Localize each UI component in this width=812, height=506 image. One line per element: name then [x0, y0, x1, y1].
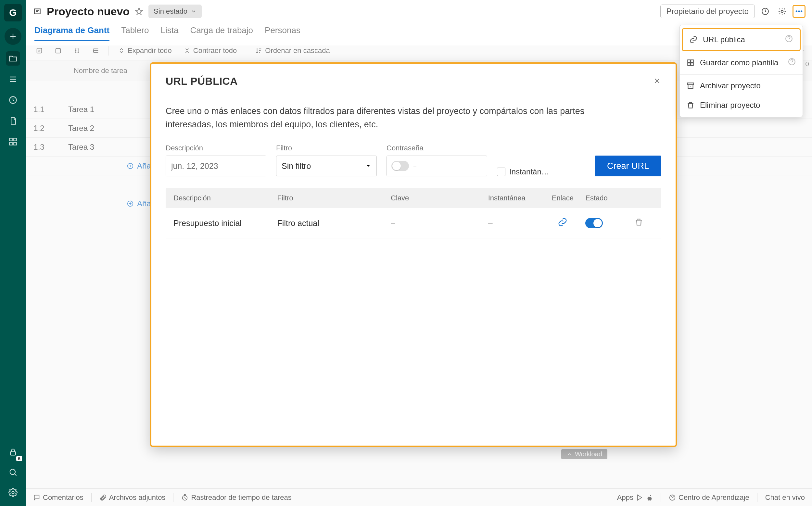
lock-icon[interactable]: 6 — [6, 445, 20, 459]
field-label-filter: Filtro — [276, 144, 377, 152]
help-icon[interactable] — [788, 58, 796, 68]
time-icon[interactable] — [6, 93, 20, 107]
more-menu-button[interactable] — [793, 5, 806, 18]
calendar-tool-icon[interactable] — [52, 46, 64, 56]
settings-icon[interactable] — [6, 485, 20, 500]
password-placeholder: – — [413, 163, 416, 169]
dashboard-icon[interactable] — [6, 135, 20, 149]
chevron-down-icon — [366, 163, 371, 169]
row-filter: Filtro actual — [277, 219, 391, 228]
tab-board[interactable]: Tablero — [121, 22, 149, 41]
indent-tool-icon[interactable] — [90, 46, 102, 56]
hierarchy-tool-icon[interactable] — [71, 46, 83, 56]
search-icon[interactable] — [6, 465, 20, 479]
expand-all-button[interactable]: Expandir todo — [115, 45, 174, 56]
play-store-icon — [636, 494, 643, 501]
menu-save-template[interactable]: Guardar como plantilla — [680, 52, 803, 73]
project-owner-button[interactable]: Propietario del proyecto — [660, 5, 755, 18]
row-description: Presupuesto inicial — [173, 219, 277, 228]
password-box: – — [387, 156, 487, 176]
time-tracker-button[interactable]: Rastreador de tiempo de tareas — [181, 493, 291, 502]
status-label: Sin estado — [154, 7, 187, 16]
archive-icon — [686, 82, 695, 90]
menu-public-url[interactable]: URL pública — [682, 28, 801, 51]
svg-point-10 — [781, 10, 784, 13]
gear-icon[interactable] — [776, 5, 789, 18]
modal-description: Cree uno o más enlaces con datos filtrad… — [166, 104, 620, 131]
history-icon[interactable] — [759, 5, 772, 18]
svg-rect-3 — [10, 142, 12, 145]
row-delete-button[interactable] — [628, 218, 653, 229]
svg-rect-28 — [687, 83, 694, 84]
url-table-row: Presupuesto inicial Filtro actual – – — [166, 208, 661, 238]
close-button[interactable] — [653, 77, 661, 86]
svg-rect-2 — [14, 138, 16, 141]
attachments-button[interactable]: Archivos adjuntos — [99, 493, 166, 502]
left-rail: G 6 — [0, 0, 26, 506]
help-icon[interactable] — [785, 34, 793, 45]
app-logo: G — [4, 4, 22, 21]
svg-point-6 — [10, 469, 15, 475]
favorite-star-icon[interactable] — [134, 6, 144, 16]
svg-rect-4 — [14, 142, 16, 145]
svg-rect-5 — [10, 452, 16, 455]
project-title: Proyecto nuevo — [47, 5, 130, 18]
row-status-toggle[interactable] — [585, 218, 628, 228]
menu-delete-project[interactable]: Eliminar proyecto — [680, 95, 803, 115]
lock-badge: 6 — [16, 456, 22, 461]
row-snapshot: – — [488, 219, 543, 228]
cascade-sort-button[interactable]: Ordenar en cascada — [253, 45, 332, 56]
create-button[interactable] — [5, 28, 21, 45]
svg-point-13 — [801, 11, 802, 12]
apps-button[interactable]: Apps — [617, 493, 653, 502]
svg-rect-14 — [37, 49, 42, 53]
password-toggle[interactable] — [391, 161, 409, 171]
svg-rect-1 — [10, 138, 12, 141]
row-link-button[interactable] — [543, 217, 585, 229]
template-icon — [686, 59, 695, 67]
modal-title: URL PÚBLICA — [166, 75, 238, 87]
projects-icon[interactable] — [6, 51, 20, 66]
comments-button[interactable]: Comentarios — [33, 493, 83, 502]
tab-list[interactable]: Lista — [160, 22, 178, 41]
public-url-modal: URL PÚBLICA Cree uno o más enlaces con d… — [150, 62, 677, 447]
apple-icon — [646, 494, 653, 501]
create-url-button[interactable]: Crear URL — [595, 156, 661, 176]
menu-archive-project[interactable]: Archivar proyecto — [680, 76, 803, 95]
filter-select[interactable]: Sin filtro — [276, 156, 377, 176]
workload-pill[interactable]: Workload — [561, 449, 607, 459]
trash-icon — [634, 218, 643, 227]
project-icon — [32, 6, 42, 16]
url-table-header: Descripción Filtro Clave Instantánea Enl… — [166, 188, 661, 208]
project-status-select[interactable]: Sin estado — [148, 5, 202, 18]
field-label-password: Contraseña — [387, 144, 487, 152]
svg-point-7 — [12, 491, 14, 494]
list-icon[interactable] — [6, 72, 20, 86]
link-icon — [558, 217, 567, 227]
row-key: – — [391, 219, 488, 228]
checkbox-tool-icon[interactable] — [33, 46, 46, 56]
description-input[interactable] — [166, 156, 266, 176]
svg-rect-26 — [691, 63, 694, 66]
svg-point-11 — [796, 11, 797, 12]
trash-icon — [686, 101, 695, 109]
snapshot-checkbox[interactable]: Instantán… — [497, 167, 549, 176]
tab-gantt[interactable]: Diagrama de Gantt — [34, 22, 109, 41]
svg-rect-24 — [691, 60, 694, 62]
header: Proyecto nuevo Sin estado Propietario de… — [26, 0, 812, 20]
tab-workload[interactable]: Carga de trabajo — [190, 22, 253, 41]
collapse-all-button[interactable]: Contraer todo — [181, 45, 240, 56]
project-more-menu: URL pública Guardar como plantilla Archi… — [679, 25, 803, 117]
svg-rect-15 — [56, 49, 61, 53]
svg-point-12 — [798, 11, 799, 12]
field-label-description: Descripción — [166, 144, 266, 152]
live-chat-button[interactable]: Chat en vivo — [765, 493, 805, 502]
learning-center-button[interactable]: Centro de Aprendizaje — [669, 493, 749, 502]
svg-rect-25 — [687, 63, 690, 66]
bottom-bar: Comentarios Archivos adjuntos Rastreador… — [26, 489, 812, 506]
reports-icon[interactable] — [6, 114, 20, 128]
svg-rect-23 — [687, 60, 690, 62]
tab-people[interactable]: Personas — [265, 22, 301, 41]
link-icon — [689, 35, 698, 44]
close-icon — [653, 77, 661, 85]
